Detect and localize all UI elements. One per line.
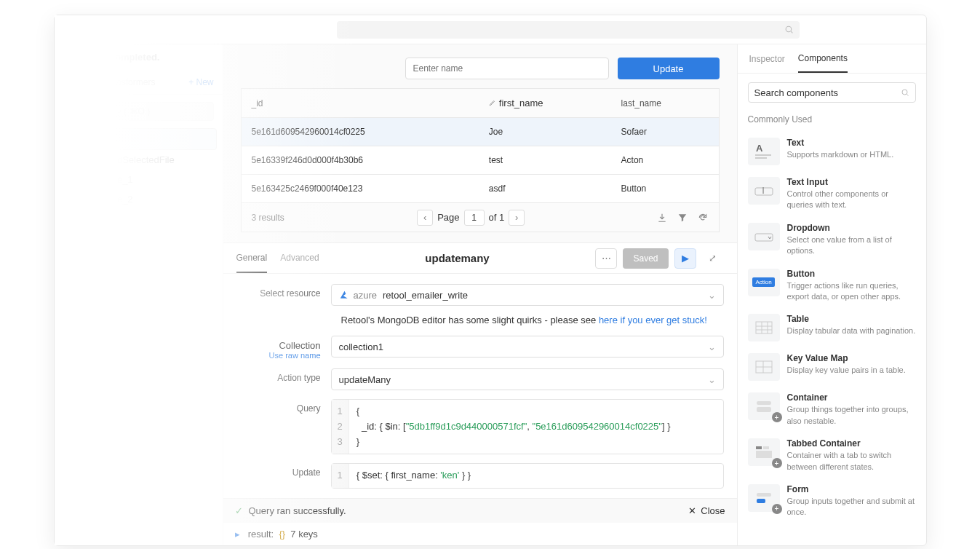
label-action: Action type — [236, 368, 331, 383]
tab-queries[interactable]: Queries — [63, 76, 94, 94]
tab-transformers[interactable]: Transformers — [104, 77, 156, 87]
component-container[interactable]: +ContainerGroup things together into gro… — [745, 387, 919, 433]
component-dropdown[interactable]: DropdownSelect one value from a list of … — [745, 217, 919, 263]
query-item[interactable]: testName_1 — [60, 170, 217, 189]
result-output[interactable]: ▸ result: {} 7 keys — [223, 523, 737, 545]
page-input[interactable] — [464, 210, 485, 226]
component-tabbed-container[interactable]: +Tabbed ContainerContainer with a tab to… — [745, 433, 919, 478]
label-collection: CollectionUse raw name — [236, 336, 331, 360]
edit-icon — [489, 99, 496, 106]
data-table: _id first_name last_name 5e161d609542960… — [241, 88, 720, 203]
new-query-button[interactable]: + New — [188, 77, 213, 87]
col-firstname[interactable]: first_name — [479, 89, 611, 118]
component-form[interactable]: +FormGroup inputs together and submit at… — [745, 478, 919, 524]
more-button[interactable]: ⋯ — [595, 248, 617, 269]
label-update: Update — [236, 463, 331, 478]
query-search[interactable]: Search query ( ⌘O ) — [63, 102, 214, 121]
window-titlebar — [55, 15, 926, 44]
download-icon[interactable] — [657, 213, 667, 223]
tab-components[interactable]: Components — [798, 53, 848, 73]
check-icon: ✓ — [235, 505, 243, 516]
query-code[interactable]: 123 { _id: { $in: ["5db1ff9d1c9d44000057… — [331, 399, 724, 454]
col-lastname[interactable]: last_name — [611, 89, 719, 118]
paginator: ‹ Page of 1 › — [417, 210, 525, 226]
svg-rect-14 — [756, 451, 772, 458]
component-text-input[interactable]: IText InputControl other components or q… — [745, 171, 919, 217]
tab-advanced[interactable]: Advanced — [280, 253, 319, 264]
table-footer: 3 results ‹ Page of 1 › — [241, 203, 720, 232]
close-icon: ✕ — [688, 505, 696, 516]
query-title[interactable]: updatemany — [319, 252, 596, 264]
resource-select[interactable]: azure retool_emailer_write ⌄ — [331, 284, 724, 306]
tab-inspector[interactable]: Inspector — [749, 54, 785, 64]
component-search[interactable]: Search components — [748, 82, 916, 103]
svg-rect-13 — [763, 446, 769, 449]
svg-point-1 — [902, 90, 907, 95]
svg-rect-11 — [757, 407, 771, 412]
svg-rect-3 — [755, 154, 771, 156]
filter-icon[interactable] — [677, 213, 688, 223]
svg-rect-10 — [757, 401, 771, 405]
hint-link[interactable]: here if you ever get stuck! — [599, 315, 707, 325]
svg-rect-15 — [757, 493, 771, 497]
run-button[interactable]: ▶ — [674, 248, 696, 269]
query-item[interactable]: downloadSelectedFile — [60, 150, 217, 170]
action-select[interactable]: updateMany⌄ — [331, 368, 724, 390]
mongo-hint: Retool's MongoDB editor has some slight … — [341, 315, 724, 325]
plus-icon: + — [772, 504, 782, 514]
azure-icon — [339, 290, 349, 300]
raw-name-link[interactable]: Use raw name — [236, 351, 321, 360]
query-list: allFiles downloadSelectedFile testName_1… — [55, 128, 223, 209]
query-item[interactable]: testName_2 — [60, 189, 217, 209]
close-success[interactable]: ✕Close — [688, 505, 725, 516]
update-button[interactable]: Update — [618, 58, 720, 79]
svg-rect-16 — [757, 499, 765, 503]
search-icon — [784, 25, 794, 34]
label-query: Query — [236, 399, 331, 414]
svg-rect-4 — [755, 157, 767, 159]
tab-general[interactable]: General — [236, 253, 268, 273]
col-id[interactable]: _id — [241, 89, 479, 118]
collection-select[interactable]: collection1⌄ — [331, 336, 724, 358]
top-search[interactable] — [337, 21, 800, 39]
component-kv-map[interactable]: Key Value MapDisplay key value pairs in … — [745, 347, 919, 387]
expand-button[interactable]: ⤢ — [702, 248, 724, 269]
max-dot[interactable] — [89, 26, 97, 33]
query-item[interactable]: allFiles — [60, 128, 217, 150]
svg-rect-12 — [756, 446, 762, 449]
page-prev[interactable]: ‹ — [417, 210, 433, 226]
traffic-lights — [65, 26, 97, 33]
plus-icon: + — [772, 412, 782, 422]
result-count: 3 results — [252, 213, 284, 223]
section-header: Commonly Used — [738, 114, 926, 125]
chevron-down-icon: ⌄ — [708, 290, 716, 301]
component-table[interactable]: TableDisplay tabular data with paginatio… — [745, 308, 919, 347]
inspector-panel: Inspector Components Search components C… — [737, 44, 926, 545]
update-code[interactable]: 1 { $set: { first_name: 'ken' } } — [331, 463, 724, 489]
svg-point-0 — [786, 26, 792, 32]
component-list: ATextSupports markdown or HTML. IText In… — [738, 132, 926, 524]
name-input[interactable] — [405, 58, 609, 79]
component-button[interactable]: ActionButtonTrigger actions like run que… — [745, 263, 919, 309]
saved-button[interactable]: Saved — [623, 248, 668, 269]
query-editor: General Advanced updatemany ⋯ Saved ▶ ⤢ … — [223, 243, 737, 545]
svg-rect-8 — [756, 322, 772, 333]
canvas-area: Update _id first_name last_name 5e161d60… — [223, 44, 737, 243]
left-tabs: Queries Transformers + New — [55, 70, 223, 95]
table-row[interactable]: 5e16339f246d0d000f4b30b6testActon — [241, 146, 719, 175]
svg-text:I: I — [762, 185, 765, 196]
left-panel: All queries completed. Queries Transform… — [55, 44, 223, 545]
query-status: All queries completed. — [55, 44, 223, 70]
search-icon — [901, 88, 909, 97]
svg-rect-7 — [755, 234, 773, 241]
min-dot[interactable] — [77, 26, 84, 33]
component-text[interactable]: ATextSupports markdown or HTML. — [745, 132, 919, 171]
table-row[interactable]: 5e163425c2469f000f40e123asdfButton — [241, 175, 719, 203]
page-next[interactable]: › — [509, 210, 525, 226]
svg-text:A: A — [756, 143, 763, 154]
success-bar: ✓ Query ran successfully. ✕Close — [223, 498, 737, 523]
close-dot[interactable] — [65, 26, 72, 33]
refresh-icon[interactable] — [698, 213, 708, 223]
label-resource: Select resource — [236, 284, 331, 299]
table-row[interactable]: 5e161d609542960014cf0225JoeSofaer — [241, 118, 719, 146]
